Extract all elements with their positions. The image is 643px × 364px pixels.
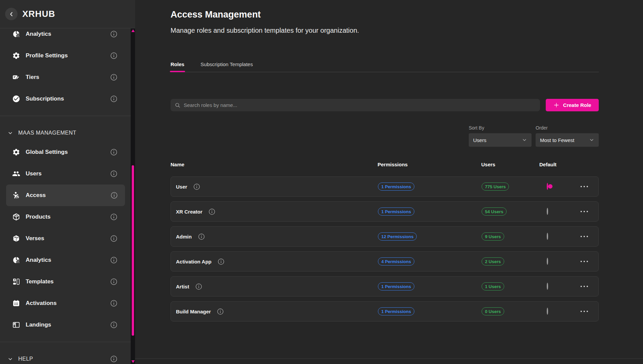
info-icon[interactable] [198,233,205,240]
info-icon[interactable] [110,30,118,38]
bottom-divider [135,358,643,359]
card-edit-icon [12,73,20,81]
users-badge[interactable]: 54 Users [482,207,507,216]
back-button[interactable] [5,8,18,20]
tab-roles[interactable]: Roles [171,61,184,67]
info-icon[interactable] [110,148,118,156]
users-badge[interactable]: 2 Users [482,257,504,265]
sidebar-item-activations[interactable]: Activations [0,292,131,314]
sidebar-item-label: Tiers [26,74,105,81]
info-icon[interactable] [110,256,118,264]
search-input[interactable] [184,102,536,108]
sidebar-item-analytics[interactable]: Analytics [0,28,131,45]
sidebar-item-landings[interactable]: Landings [0,314,131,336]
sidebar-item-access[interactable]: Access [6,185,125,206]
row-menu-ellipsis-icon[interactable] [581,283,598,290]
info-icon[interactable] [110,170,118,177]
check-circle-icon [12,95,20,103]
sidebar-item-verses[interactable]: Verses [0,228,131,249]
sidebar-item-analytics-maas[interactable]: Analytics [0,249,131,271]
default-radio[interactable] [547,233,548,240]
cube-image-icon [12,234,20,243]
sidebar-header: XRHUB [0,0,135,28]
sidebar-scrollbar[interactable] [131,28,135,364]
default-radio[interactable] [547,183,548,190]
default-radio[interactable] [547,258,548,265]
gear-icon [12,52,20,60]
section-header-help[interactable]: HELP [0,351,131,364]
permissions-badge[interactable]: 1 Permissions [378,307,414,315]
info-icon[interactable] [193,183,200,190]
users-icon [12,170,20,178]
search-box[interactable] [171,99,540,111]
info-icon[interactable] [208,208,215,215]
table-row[interactable]: Artist 1 Permissions 1 Users [171,276,599,297]
row-menu-ellipsis-icon[interactable] [581,183,598,190]
users-badge[interactable]: 0 Users [482,307,504,315]
info-icon[interactable] [110,355,118,363]
info-icon[interactable] [110,300,118,307]
sidebar-item-tiers[interactable]: Tiers [0,66,131,88]
permissions-badge[interactable]: 1 Permissions [378,207,414,216]
info-icon[interactable] [110,192,118,199]
row-menu-ellipsis-icon[interactable] [581,258,598,265]
chevron-down-icon [589,137,594,143]
sidebar-item-label: Templates [26,278,105,285]
sidebar-item-products[interactable]: Products [0,206,131,228]
info-icon[interactable] [110,278,118,285]
sort-by-label: Sort By [469,125,532,131]
info-icon[interactable] [110,213,118,221]
permissions-badge[interactable]: 1 Permissions [378,183,414,191]
sort-by-select[interactable]: Users [469,133,532,147]
chevron-down-icon [7,130,13,136]
permissions-badge[interactable]: 4 Permissions [378,257,414,265]
permissions-badge[interactable]: 1 Permissions [378,282,414,290]
sidebar-item-subscriptions[interactable]: Subscriptions [0,88,131,110]
brand-title: XRHUB [22,9,55,19]
table-row[interactable]: XR Creator 1 Permissions 54 Users [171,201,599,222]
info-icon[interactable] [110,321,118,329]
info-icon[interactable] [217,258,225,265]
scrollbar-thumb[interactable] [132,165,134,336]
default-radio[interactable] [547,308,548,315]
sidebar-item-label: Activations [26,300,105,307]
table-header: Name Permissions Users Default [171,162,599,167]
default-radio[interactable] [547,208,548,215]
sidebar-item-label: Subscriptions [26,95,105,102]
sidebar-item-label: Global Settings [26,149,105,156]
permissions-badge[interactable]: 12 Permissions [378,232,417,241]
info-icon[interactable] [110,52,118,59]
info-icon[interactable] [217,308,224,315]
column-header-permissions: Permissions [378,162,481,167]
table-row[interactable]: User 1 Permissions 775 Users [171,176,599,197]
order-select[interactable]: Most to Fewest [536,133,599,147]
create-role-button[interactable]: Create Role [546,99,599,111]
column-header-default: Default [539,162,580,167]
scrollbar-up-arrow[interactable] [131,29,135,32]
layout-grid-icon [12,278,20,286]
scrollbar-down-arrow[interactable] [131,360,135,363]
table-row[interactable]: Build Manager 1 Permissions 0 Users [171,301,599,321]
default-radio[interactable] [547,283,548,290]
table-row[interactable]: Admin 12 Permissions 9 Users [171,226,599,247]
sidebar-item-global-settings[interactable]: Global Settings [0,141,131,163]
info-icon[interactable] [110,235,118,242]
section-header-maas-management[interactable]: MAAS MANAGEMENT [0,124,131,141]
role-name: Activation App [176,259,211,264]
users-badge[interactable]: 9 Users [482,232,504,241]
role-name: Admin [176,234,192,240]
table-row[interactable]: Activation App 4 Permissions 2 Users [171,251,599,272]
row-menu-ellipsis-icon[interactable] [581,308,598,315]
users-badge[interactable]: 775 Users [482,183,509,191]
sidebar-item-users[interactable]: Users [0,163,131,185]
row-menu-ellipsis-icon[interactable] [581,233,598,240]
column-header-name: Name [171,162,378,167]
info-icon[interactable] [195,283,202,290]
row-menu-ellipsis-icon[interactable] [581,208,598,215]
users-badge[interactable]: 1 Users [482,282,504,290]
tab-subscription-templates[interactable]: Subscription Templates [201,61,253,67]
info-icon[interactable] [110,95,118,103]
sidebar-item-templates[interactable]: Templates [0,271,131,292]
info-icon[interactable] [110,74,118,81]
sidebar-item-profile-settings[interactable]: Profile Settings [0,45,131,66]
